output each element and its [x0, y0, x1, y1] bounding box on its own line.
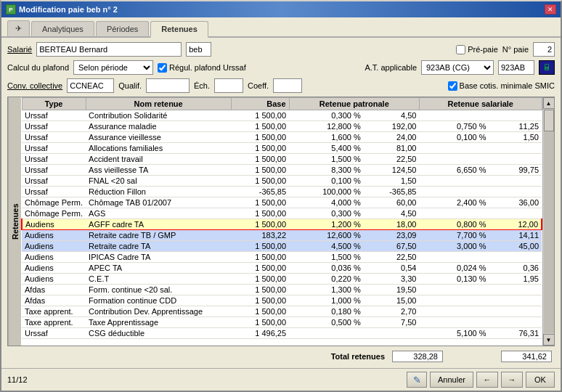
next-button[interactable]: → — [501, 372, 523, 388]
table-row[interactable]: Chômage Perm. AGS 1 500,00 0,300 % 4,50 — [22, 208, 542, 219]
no-paie-input[interactable] — [533, 42, 555, 57]
scroll-down-btn[interactable]: ▼ — [543, 334, 555, 346]
cell-base: 1 500,00 — [231, 317, 289, 328]
table-row[interactable]: Urssaf FNAL <20 sal 1 500,00 0,100 % 1,5… — [22, 176, 542, 187]
pre-paie-checkbox[interactable] — [456, 45, 465, 54]
cell-ret-pat-pct: 8,300 % — [289, 165, 364, 176]
page-info: 11/12 — [7, 375, 28, 384]
close-button[interactable]: ✕ — [545, 4, 556, 15]
table-row[interactable]: Urssaf Réduction Fillon -365,85 100,000 … — [22, 187, 542, 197]
table-row[interactable]: Audiens Retraite cadre TB / GMP 183,22 1… — [22, 230, 542, 241]
table-row[interactable]: Urssaf CSG déductible 1 496,25 5,100 % 7… — [22, 328, 542, 339]
cell-base: 1 500,00 — [231, 241, 289, 252]
tab-analytiques[interactable]: Analytiques — [31, 21, 94, 36]
cell-base: 1 500,00 — [231, 143, 289, 154]
cell-type: Urssaf — [22, 187, 86, 197]
table-row[interactable]: Urssaf Assurance maladie 1 500,00 12,800… — [22, 121, 542, 132]
cell-ret-sal-pct: 0,130 % — [419, 274, 489, 285]
table-row[interactable]: Urssaf Accident travail 1 500,00 1,500 %… — [22, 154, 542, 165]
window-title: Modification paie beb n° 2 — [19, 5, 118, 14]
table-row[interactable]: Chômage Perm. Chômage TAB 01/2007 1 500,… — [22, 197, 542, 208]
cell-ret-sal-pct: 6,650 % — [419, 165, 489, 176]
table-row[interactable]: Urssaf Contribution Solidarité 1 500,00 … — [22, 110, 542, 121]
cell-ret-pat-val: -365,85 — [364, 187, 420, 197]
total-pat-value: 328,28 — [392, 351, 443, 362]
table-row[interactable]: Audiens IPICAS Cadre TA 1 500,00 1,500 %… — [22, 252, 542, 263]
table-row[interactable]: Urssaf Ass vieillesse TA 1 500,00 8,300 … — [22, 165, 542, 176]
cell-type: Urssaf — [22, 328, 86, 339]
cell-nom: C.E.T — [86, 274, 231, 285]
calcul-row: Calcul du plafond Selon période Régul. p… — [7, 60, 555, 75]
calcul-plafond-select[interactable]: Selon période — [73, 60, 153, 75]
salarie-name-input[interactable] — [36, 42, 182, 57]
cell-ret-pat-val: 24,00 — [364, 132, 420, 143]
tab-retenues[interactable]: Retenues — [150, 21, 208, 38]
regul-checkbox-label: Régul. plafond Urssaf — [158, 63, 246, 73]
cell-ret-pat-val: 67,50 — [364, 241, 420, 252]
table-row[interactable]: Audiens C.E.T 1 500,00 0,220 % 3,30 0,13… — [22, 274, 542, 285]
tab-icon[interactable]: ✈ — [7, 20, 30, 36]
table-row[interactable]: Audiens Retraite cadre TA 1 500,00 4,500… — [22, 241, 542, 252]
prev-button[interactable]: ← — [476, 372, 498, 388]
cell-base: 1 496,25 — [231, 328, 289, 339]
ok-button[interactable]: OK — [526, 372, 555, 388]
at-select[interactable]: 923AB (CG) — [421, 60, 494, 75]
cancel-button[interactable]: Annuler — [430, 372, 473, 388]
salarie-code-input[interactable] — [186, 42, 211, 57]
table-row[interactable]: Taxe apprent. Contribution Dev. Apprenti… — [22, 306, 542, 317]
coeff-input[interactable] — [273, 78, 302, 93]
smic-checkbox[interactable] — [448, 81, 457, 91]
cell-ret-sal-pct — [419, 187, 489, 197]
calcul-plafond-label: Calcul du plafond — [7, 63, 69, 72]
cell-type: Urssaf — [22, 110, 86, 121]
scroll-thumb[interactable] — [544, 110, 554, 131]
scrollbar[interactable]: ▲ ▼ — [542, 97, 554, 346]
table-row[interactable]: Taxe apprent. Taxe Apprentissage 1 500,0… — [22, 317, 542, 328]
cell-ret-sal-val: 45,00 — [489, 241, 542, 252]
pre-paie-checkbox-label: Pré-paie — [456, 45, 498, 54]
regul-checkbox[interactable] — [158, 63, 167, 73]
cell-nom: Allocations familiales — [86, 143, 231, 154]
table-row[interactable]: Urssaf Allocations familiales 1 500,00 5… — [22, 143, 542, 154]
cell-ret-pat-pct: 0,500 % — [289, 317, 364, 328]
conv-collective-input[interactable] — [67, 78, 114, 93]
cell-ret-pat-pct: 0,220 % — [289, 274, 364, 285]
cell-ret-sal-pct — [419, 143, 489, 154]
table-row[interactable]: Afdas Formation continue CDD 1 500,00 1,… — [22, 295, 542, 306]
cell-nom: AGFF cadre TA — [86, 219, 231, 230]
cell-base: 1 500,00 — [231, 121, 289, 132]
retenues-table: Type Nom retenue Base Retenue patronale … — [21, 97, 542, 339]
cell-ret-pat-val: 2,70 — [364, 306, 420, 317]
cell-ret-sal-val — [489, 143, 542, 154]
cell-ret-pat-val: 124,50 — [364, 165, 420, 176]
cell-ret-pat-val: 18,00 — [364, 219, 420, 230]
cell-ret-sal-val: 14,11 — [489, 230, 542, 241]
table-row[interactable]: Afdas Form. continue <20 sal. 1 500,00 1… — [22, 285, 542, 295]
cell-ret-sal-val — [489, 176, 542, 187]
cell-base: 183,22 — [231, 230, 289, 241]
cell-type: Audiens — [22, 230, 86, 241]
ech-input[interactable] — [214, 78, 243, 93]
at-code-input[interactable] — [498, 60, 534, 75]
cell-ret-pat-pct: 1,200 % — [289, 219, 364, 230]
title-bar: P Modification paie beb n° 2 ✕ — [1, 1, 561, 17]
table-row[interactable]: Urssaf Assurance vieillesse 1 500,00 1,6… — [22, 132, 542, 143]
cell-ret-pat-pct: 4,500 % — [289, 241, 364, 252]
cell-ret-pat-pct — [289, 328, 364, 339]
calculator-icon[interactable]: ⌸ — [539, 60, 555, 75]
cell-ret-pat-val: 7,50 — [364, 317, 420, 328]
pencil-button[interactable]: ✎ — [407, 372, 427, 388]
scroll-up-btn[interactable]: ▲ — [543, 97, 555, 109]
cell-ret-sal-pct: 0,024 % — [419, 263, 489, 274]
cell-ret-sal-val: 1,50 — [489, 132, 542, 143]
cell-ret-sal-val — [489, 208, 542, 219]
header-type: Type — [22, 98, 86, 110]
cell-type: Audiens — [22, 219, 86, 230]
cell-nom: Taxe Apprentissage — [86, 317, 231, 328]
table-container[interactable]: Type Nom retenue Base Retenue patronale … — [21, 97, 542, 346]
tab-periodes[interactable]: Périodes — [96, 21, 149, 36]
cell-nom: Réduction Fillon — [86, 187, 231, 197]
table-row[interactable]: Audiens AGFF cadre TA 1 500,00 1,200 % 1… — [22, 219, 542, 230]
qualif-input[interactable] — [146, 78, 190, 93]
table-row[interactable]: Audiens APEC TA 1 500,00 0,036 % 0,54 0,… — [22, 263, 542, 274]
